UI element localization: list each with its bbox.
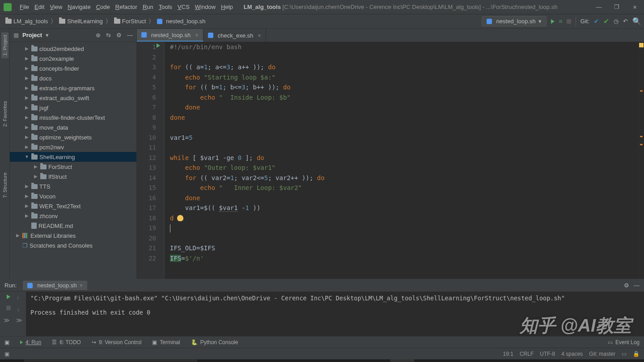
gutter-line-number[interactable]: 5 (137, 82, 156, 93)
tree-item[interactable]: ▶move_data (10, 122, 136, 132)
code-line[interactable]: echo " Inner Loop: $var2" (170, 183, 325, 193)
tree-item[interactable]: ▶optimize_weightsets (10, 132, 136, 142)
code-line[interactable] (170, 122, 325, 133)
start-button[interactable] (0, 359, 24, 362)
wechat-icon[interactable] (438, 359, 462, 362)
adobe-icon[interactable]: A (414, 359, 438, 362)
breadcrumb-item[interactable]: ForStruct (111, 17, 148, 25)
menu-help[interactable]: Help (218, 2, 236, 12)
gutter-line-number[interactable]: 3 (137, 62, 156, 72)
gutter-line-number[interactable]: 19 (137, 223, 156, 233)
tree-item[interactable]: ▶External Libraries (10, 231, 136, 240)
git-revert-icon[interactable]: ↶ (623, 18, 628, 25)
gutter-line-number[interactable]: 21 (137, 243, 156, 253)
code-line[interactable] (170, 143, 325, 153)
code-line[interactable] (170, 52, 325, 63)
toolwin-quick-icon[interactable]: ▣ (4, 351, 9, 357)
run-button[interactable] (551, 19, 555, 24)
hide-panel-icon[interactable] (127, 32, 133, 38)
menu-file[interactable]: File (17, 2, 32, 12)
gutter-line-number[interactable]: 8 (137, 113, 156, 123)
vtab-project[interactable]: 1: Project (1, 32, 8, 58)
code-line[interactable]: echo " Inside Loop: $b" (170, 93, 325, 103)
tree-item[interactable]: ▶missfile-finder-clusterText (10, 113, 136, 122)
tree-item[interactable]: ▶IfStruct (10, 172, 136, 181)
tree-item[interactable]: ▼ShellLearning (10, 152, 136, 162)
breadcrumb-item[interactable]: ShellLearning (56, 17, 106, 25)
close-button[interactable] (631, 4, 638, 10)
bt-run[interactable]: 4: Run (20, 339, 41, 345)
edge-icon[interactable] (366, 359, 390, 362)
locate-icon[interactable]: ⊕ (96, 32, 101, 38)
menu-window[interactable]: Window (192, 2, 218, 12)
menu-view[interactable]: View (47, 2, 65, 12)
search-everywhere-icon[interactable]: 🔍 (632, 17, 641, 25)
gutter-line-number[interactable]: 2 (137, 52, 156, 63)
gutter-line-number[interactable]: 10 (137, 133, 156, 143)
tree-item[interactable]: ▶WER_Text2Text (10, 201, 136, 211)
run-tab[interactable]: nested_loop.sh × (23, 281, 87, 290)
code-line[interactable]: done (170, 102, 325, 113)
taskbar-search[interactable]: Type here to search (24, 360, 197, 362)
bt-terminal[interactable]: ▣Terminal (152, 339, 180, 345)
code-line[interactable]: for (( var2=1; var2<=5; var2++ )); do (170, 173, 325, 183)
gutter-line-number[interactable]: 17 (137, 203, 156, 213)
git-commit-icon[interactable]: ✔ (603, 17, 609, 25)
menu-navigate[interactable]: Navigate (65, 2, 93, 12)
toolwin-button-icon[interactable]: ▣ (4, 339, 9, 345)
lock-icon[interactable]: 🔒 (633, 351, 640, 357)
cortana-icon[interactable] (197, 359, 221, 362)
tree-item[interactable]: ▶concepts-finder (10, 63, 136, 73)
code-line[interactable]: done (170, 193, 325, 203)
breadcrumb-item[interactable]: LM_alg_tools (3, 17, 51, 25)
editor-scrollbar[interactable] (639, 42, 644, 279)
tree-item[interactable]: ▶cloud2embedded (10, 44, 136, 54)
stop-icon[interactable] (6, 306, 11, 310)
bt-todo[interactable]: ☰6: TODO (52, 339, 81, 345)
more-icon[interactable]: ≫ (4, 317, 10, 324)
taskview-icon[interactable]: ⧉ (221, 359, 245, 362)
tree-item[interactable]: ▶extract-nlu-grammars (10, 83, 136, 93)
memory-indicator[interactable]: ▭ (622, 351, 627, 357)
gutter-line-number[interactable]: 1 (137, 42, 156, 52)
breadcrumb-item[interactable]: nested_loop.sh (154, 17, 208, 25)
outlook-icon[interactable]: O (318, 359, 342, 362)
tree-item[interactable]: README.md (10, 221, 136, 231)
code-line[interactable]: for (( a=1; a<=3; a++ )); do (170, 62, 325, 72)
code-line[interactable] (170, 233, 325, 244)
bt-event-log[interactable]: ▭Event Log (608, 339, 640, 345)
gutter-line-number[interactable]: 22 (137, 253, 156, 264)
code-line[interactable]: de (170, 213, 325, 223)
menu-edit[interactable]: Edit (32, 2, 47, 12)
gutter-line-number[interactable]: 20 (137, 233, 156, 244)
expand-icon[interactable]: ⇆ (106, 32, 111, 38)
gutter-line-number[interactable]: 16 (137, 193, 156, 203)
bt-python-console[interactable]: 🐍Python Console (191, 339, 238, 345)
vtab-structure[interactable]: 7: Structure (1, 170, 8, 201)
down-icon[interactable]: ↓ (17, 306, 20, 312)
gutter-line-number[interactable]: 18 (137, 213, 156, 223)
code-line[interactable]: var1=$(( $var1 -1 )) (170, 203, 325, 213)
gutter-line-number[interactable]: 4 (137, 72, 156, 83)
gutter-line-number[interactable]: 7 (137, 102, 156, 113)
tree-item[interactable]: ▶jsgf (10, 103, 136, 113)
more-icon-2[interactable]: ≫ (16, 317, 22, 324)
close-tab-icon[interactable]: × (258, 32, 261, 39)
git-update-icon[interactable]: ✔ (594, 18, 599, 25)
tree-item[interactable]: ▶Vocon (10, 191, 136, 201)
code-line[interactable]: while [ $var1 -ge 0 ]; do (170, 153, 325, 163)
tree-item[interactable]: ▶pcm2nwv (10, 142, 136, 152)
tree-item[interactable]: ▶zhconv (10, 211, 136, 221)
code-line[interactable] (170, 223, 325, 233)
minimize-button[interactable] (596, 4, 602, 10)
gutter-line-number[interactable]: 13 (137, 163, 156, 173)
tree-item[interactable]: ▶docs (10, 73, 136, 83)
run-settings-icon[interactable] (624, 282, 629, 289)
tree-item[interactable]: ▶con2example (10, 54, 136, 63)
git-branch[interactable]: Git: master (589, 351, 615, 357)
file-encoding[interactable]: UTF-8 (540, 351, 555, 357)
stop-button[interactable] (567, 19, 571, 24)
code-line[interactable]: IFS=$'/n' (170, 253, 325, 264)
pycharm-icon[interactable]: PC (390, 359, 414, 362)
gutter-line-number[interactable]: 12 (137, 153, 156, 163)
